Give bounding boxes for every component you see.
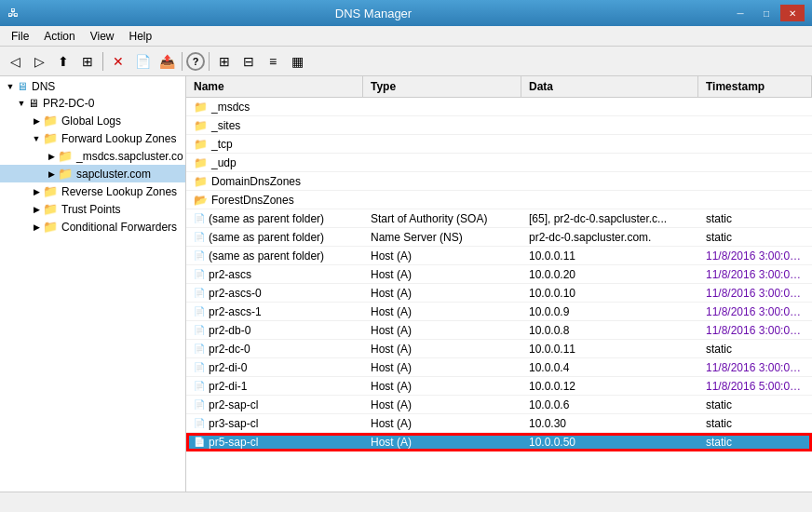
cell-name: 📁 _msdcs (186, 99, 363, 115)
conditional-fwd-label: Conditional Forwarders (61, 221, 177, 234)
sapcluster-expander[interactable]: ▶ (45, 168, 58, 181)
view-large-button[interactable]: ⊞ (213, 50, 236, 73)
list-body[interactable]: 📁 _msdcs 📁 _sites 📁 _tcp (186, 98, 812, 492)
list-item[interactable]: 📄 (same as parent folder) Name Server (N… (186, 228, 812, 247)
list-item[interactable]: 📄 (same as parent folder) Host (A) 10.0.… (186, 247, 812, 265)
up-button[interactable]: ⬆ (52, 50, 74, 73)
cell-timestamp: 11/8/2016 3:00:00 PM (698, 248, 812, 264)
tree-node-msdcs[interactable]: ▶ 📁 _msdcs.sapcluster.co (0, 147, 185, 165)
cell-data (521, 198, 698, 202)
list-item[interactable]: 📄 pr3-sap-cl Host (A) 10.0.30 static (186, 414, 812, 433)
folder-icon: 📁 (194, 119, 208, 132)
list-item[interactable]: 📄 pr2-di-1 Host (A) 10.0.0.12 11/8/2016 … (186, 377, 812, 396)
cell-name: 📄 (same as parent folder) (186, 229, 363, 246)
dns-expander[interactable]: ▼ (4, 80, 17, 93)
pr2dc0-expander[interactable]: ▼ (15, 97, 28, 110)
export-button[interactable]: 📤 (156, 50, 178, 73)
folder-icon: 📁 (194, 101, 208, 114)
cell-timestamp: static (698, 397, 812, 413)
tree-node-sapcluster[interactable]: ▶ 📁 sapcluster.com (0, 165, 185, 182)
cell-name: 📄 pr2-ascs (186, 266, 363, 283)
tree-node-dns[interactable]: ▼ 🖥 DNS (0, 78, 185, 95)
reverse-lookup-expander[interactable]: ▶ (30, 185, 43, 198)
list-item[interactable]: 📄 pr2-ascs Host (A) 10.0.0.20 11/8/2016 … (186, 265, 812, 284)
list-item[interactable]: 📁 _sites (186, 116, 812, 135)
cell-type (363, 198, 521, 202)
list-item[interactable]: 📄 pr2-dc-0 Host (A) 10.0.0.11 static (186, 340, 812, 358)
tree-node-reverse-lookup[interactable]: ▶ 📁 Reverse Lookup Zones (0, 182, 185, 200)
trust-points-expander[interactable]: ▶ (30, 203, 43, 216)
properties-button[interactable]: 📄 (131, 50, 154, 73)
cell-data: [65], pr2-dc-0.sapcluster.c... (521, 210, 698, 227)
cell-timestamp (698, 124, 812, 128)
list-item[interactable]: 📄 (same as parent folder) Start of Autho… (186, 209, 812, 228)
cell-timestamp (698, 161, 812, 165)
status-bar (0, 492, 812, 512)
forward-button[interactable]: ▷ (28, 50, 50, 73)
console-tree-button[interactable]: ⊞ (76, 50, 99, 73)
cell-name: 📄 pr2-di-1 (186, 378, 363, 395)
app-icon: 🖧 (7, 7, 19, 20)
global-logs-expander[interactable]: ▶ (30, 115, 43, 128)
tree-node-pr2dc0[interactable]: ▼ 🖥 PR2-DC-0 (0, 95, 185, 112)
cell-name: 📄 pr5-sap-cl (186, 434, 363, 451)
list-item[interactable]: 📁 _tcp (186, 135, 812, 154)
folder-icon: 📁 (194, 175, 208, 188)
col-header-timestamp[interactable]: Timestamp (698, 76, 812, 97)
forward-lookup-expander[interactable]: ▼ (30, 132, 43, 145)
cell-name: 📄 pr2-di-0 (186, 359, 363, 376)
list-item[interactable]: 📁 _msdcs (186, 98, 812, 116)
cell-timestamp: static (698, 229, 812, 246)
cell-type (363, 142, 521, 146)
list-item[interactable]: 📄 pr2-ascs-0 Host (A) 10.0.0.10 11/8/201… (186, 284, 812, 303)
cell-data: 10.0.0.8 (521, 322, 698, 339)
reverse-lookup-icon: 📁 (43, 184, 58, 198)
toolbar-sep-3 (209, 52, 210, 71)
col-header-type[interactable]: Type (363, 76, 521, 97)
list-item[interactable]: 📄 pr2-di-0 Host (A) 10.0.0.4 11/8/2016 3… (186, 358, 812, 377)
tree-node-conditional-fwd[interactable]: ▶ 📁 Conditional Forwarders (0, 218, 185, 236)
menu-view[interactable]: View (83, 28, 122, 45)
col-header-name[interactable]: Name (186, 76, 363, 97)
cell-data (521, 142, 698, 146)
tree-node-forward-lookup[interactable]: ▼ 📁 Forward Lookup Zones (0, 129, 185, 147)
cell-timestamp: static (698, 341, 812, 357)
view-list-button[interactable]: ≡ (262, 50, 284, 73)
list-item[interactable]: 📄 pr2-sap-cl Host (A) 10.0.0.6 static (186, 396, 812, 414)
tree-node-global-logs[interactable]: ▶ 📁 Global Logs (0, 112, 185, 129)
list-item[interactable]: 📄 pr2-ascs-1 Host (A) 10.0.0.9 11/8/2016… (186, 303, 812, 321)
back-button[interactable]: ◁ (4, 50, 26, 73)
menu-action[interactable]: Action (36, 28, 82, 45)
help-button[interactable]: ? (186, 52, 205, 71)
list-item[interactable]: 📁 _udp (186, 154, 812, 172)
reverse-lookup-label: Reverse Lookup Zones (61, 185, 177, 198)
forward-lookup-icon: 📁 (43, 131, 58, 145)
menu-help[interactable]: Help (122, 28, 160, 45)
trust-points-label: Trust Points (61, 203, 121, 216)
cell-name: 📁 _tcp (186, 136, 363, 153)
toolbar-sep-2 (182, 52, 183, 71)
view-detail-button[interactable]: ▦ (286, 50, 308, 73)
cell-type (363, 124, 521, 128)
tree-node-trust-points[interactable]: ▶ 📁 Trust Points (0, 200, 185, 218)
tree-panel[interactable]: ▼ 🖥 DNS ▼ 🖥 PR2-DC-0 ▶ 📁 Global Logs ▼ 📁… (0, 76, 186, 492)
list-item[interactable]: 📁 DomainDnsZones (186, 172, 812, 191)
window-controls: ─ □ ✕ (728, 5, 805, 21)
col-header-data[interactable]: Data (521, 76, 698, 97)
minimize-button[interactable]: ─ (728, 5, 752, 21)
dns-label: DNS (32, 80, 55, 93)
list-item[interactable]: 📄 pr2-db-0 Host (A) 10.0.0.8 11/8/2016 3… (186, 321, 812, 340)
cell-timestamp: static (698, 210, 812, 227)
view-small-button[interactable]: ⊟ (237, 50, 260, 73)
folder-icon: 📂 (194, 194, 208, 207)
close-button[interactable]: ✕ (780, 5, 805, 21)
list-item-selected[interactable]: 📄 pr5-sap-cl Host (A) 10.0.0.50 static (186, 433, 812, 451)
maximize-button[interactable]: □ (754, 5, 778, 21)
msdcs-expander[interactable]: ▶ (45, 150, 58, 163)
list-item[interactable]: 📂 ForestDnsZones (186, 191, 812, 209)
menu-file[interactable]: File (4, 28, 36, 45)
cell-data: 10.0.0.20 (521, 266, 698, 283)
cell-data (521, 180, 698, 183)
delete-button[interactable]: ✕ (107, 50, 129, 73)
conditional-fwd-expander[interactable]: ▶ (30, 221, 43, 234)
